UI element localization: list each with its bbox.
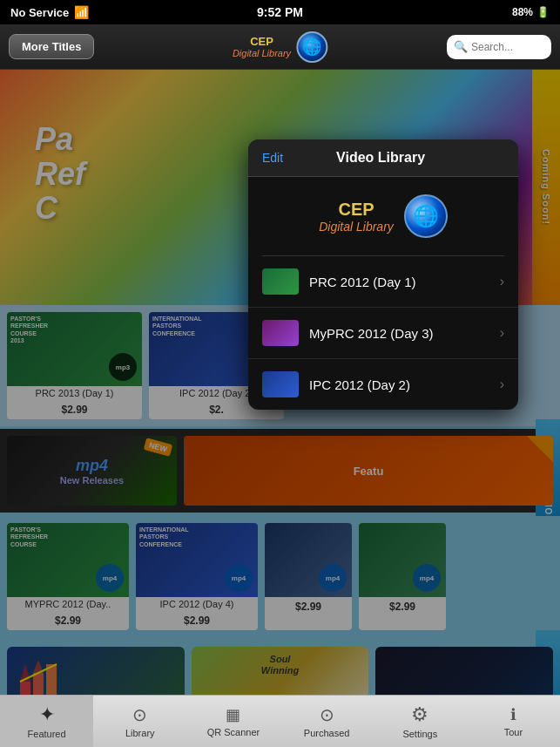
tab-qr-scanner[interactable]: ▦ QR Scanner bbox=[186, 696, 280, 747]
search-input[interactable] bbox=[471, 41, 544, 53]
featured-tab-label: Featured bbox=[28, 729, 66, 739]
status-time: 9:52 PM bbox=[257, 5, 303, 19]
dropdown-title: Video Library bbox=[336, 150, 425, 166]
settings-icon: ⚙ bbox=[411, 703, 428, 726]
status-bar: No Service 📶 9:52 PM 88% 🔋 bbox=[0, 0, 560, 24]
dropdown-cep-label: CEP bbox=[319, 200, 394, 220]
tour-tab-label: Tour bbox=[504, 727, 523, 737]
dropdown-thumb-1 bbox=[262, 320, 299, 346]
purchased-icon: ⊙ bbox=[320, 704, 334, 725]
battery-icon: 🔋 bbox=[536, 6, 550, 18]
tab-library[interactable]: ⊙ Library bbox=[93, 696, 186, 747]
dropdown-item-label-1: MyPRC 2012 (Day 3) bbox=[309, 326, 434, 341]
dropdown-chevron-2: › bbox=[500, 377, 504, 392]
qr-scanner-tab-label: QR Scanner bbox=[207, 727, 260, 737]
search-icon: 🔍 bbox=[454, 40, 468, 53]
dropdown-thumb-0 bbox=[262, 268, 299, 295]
status-left: No Service 📶 bbox=[10, 5, 89, 19]
digital-label: Digital Library bbox=[233, 48, 291, 58]
tab-purchased[interactable]: ⊙ Purchased bbox=[280, 696, 374, 747]
dropdown-logo-area: CEP Digital Library 🌐 bbox=[248, 177, 518, 255]
dropdown-edit-button[interactable]: Edit bbox=[262, 151, 283, 165]
status-right: 88% 🔋 bbox=[512, 6, 550, 18]
battery-label: 88% bbox=[512, 6, 533, 18]
logo-center: CEP Digital Library 🌐 bbox=[233, 31, 327, 63]
tab-featured[interactable]: ✦ Featured bbox=[0, 696, 93, 747]
settings-tab-label: Settings bbox=[402, 729, 437, 739]
library-tab-label: Library bbox=[125, 728, 155, 738]
tour-icon: ℹ bbox=[510, 705, 516, 724]
purchased-tab-label: Purchased bbox=[304, 728, 350, 738]
more-titles-button[interactable]: More Titles bbox=[9, 34, 94, 59]
dropdown-thumb-2 bbox=[262, 371, 299, 397]
tab-bar: ✦ Featured ⊙ Library ▦ QR Scanner ⊙ Purc… bbox=[0, 695, 560, 747]
tab-tour[interactable]: ℹ Tour bbox=[467, 696, 560, 747]
dropdown-item-2[interactable]: IPC 2012 (Day 2) › bbox=[248, 359, 518, 410]
dropdown-header: Edit Video Library bbox=[248, 139, 518, 177]
dropdown-globe-icon: 🌐 bbox=[404, 194, 448, 238]
logo-text: CEP Digital Library bbox=[233, 35, 291, 58]
cep-label: CEP bbox=[233, 35, 291, 48]
main-content: Pa Ref C Coming Soon! PASTOR'SREFRESHERC… bbox=[0, 70, 560, 695]
search-box[interactable]: 🔍 bbox=[447, 35, 551, 59]
dropdown-chevron-1: › bbox=[500, 325, 504, 341]
dropdown-cep-logo: CEP Digital Library bbox=[319, 200, 394, 234]
dropdown-chevron-0: › bbox=[500, 274, 504, 289]
carrier-label: No Service bbox=[10, 6, 69, 19]
dropdown-item-0[interactable]: PRC 2012 (Day 1) › bbox=[248, 256, 518, 308]
qr-scanner-icon: ▦ bbox=[226, 705, 240, 724]
dropdown-digital-label: Digital Library bbox=[319, 220, 394, 234]
dropdown-item-1[interactable]: MyPRC 2012 (Day 3) › bbox=[248, 308, 518, 359]
dropdown-item-label-2: IPC 2012 (Day 2) bbox=[309, 377, 410, 392]
tab-settings[interactable]: ⚙ Settings bbox=[374, 696, 467, 747]
wifi-icon: 📶 bbox=[74, 5, 89, 19]
featured-icon: ✦ bbox=[39, 703, 55, 726]
dropdown-panel: Edit Video Library CEP Digital Library 🌐… bbox=[248, 139, 518, 410]
logo-globe: 🌐 bbox=[296, 31, 327, 63]
library-icon: ⊙ bbox=[132, 704, 147, 725]
top-nav: More Titles CEP Digital Library 🌐 🔍 bbox=[0, 24, 560, 70]
dropdown-item-label-0: PRC 2012 (Day 1) bbox=[309, 275, 416, 289]
